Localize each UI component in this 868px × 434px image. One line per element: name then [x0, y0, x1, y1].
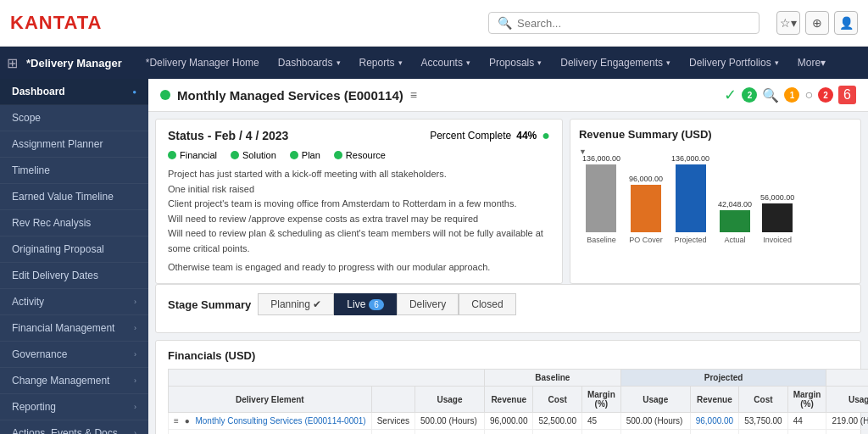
search-bar[interactable]: 🔍	[488, 12, 760, 34]
td-cost-b: 52,500.00	[533, 413, 582, 430]
percent-green-dot: ●	[542, 128, 550, 143]
status-indicators: Financial Solution Plan Resource	[168, 150, 550, 160]
nav-item-delivery-portfolios[interactable]: Delivery Portfolios ▾	[681, 47, 787, 79]
badge-2-green[interactable]: 2	[742, 87, 757, 103]
grid-icon[interactable]: ⊞	[7, 55, 18, 71]
nav-item-accounts[interactable]: Accounts ▾	[413, 47, 479, 79]
bar-rect	[586, 164, 616, 232]
search-icon-btn[interactable]: 🔍	[762, 87, 779, 103]
bar-rect	[762, 203, 793, 232]
nav-accounts-label: Accounts	[421, 57, 463, 69]
resource-label: Resource	[346, 150, 386, 160]
stage-tab-live[interactable]: Live 6	[334, 293, 397, 315]
th-cost-b: Cost	[533, 387, 582, 413]
nav-dp-label: Delivery Portfolios	[689, 57, 771, 69]
stage-tab-planning[interactable]: Planning ✔	[258, 293, 334, 315]
row-link[interactable]: Monthly Consulting Services (E000114-000…	[195, 416, 365, 426]
badge-count-green: 2	[742, 87, 757, 103]
table-row: ≡ ○ Additional Scope (E000114-0002) Serv…	[169, 430, 869, 434]
nav-item-dashboards[interactable]: Dashboards ▾	[270, 47, 349, 79]
stage-title: Stage Summary	[168, 298, 251, 311]
bar-label-top: 56,000.00	[760, 193, 794, 202]
nav-item-home[interactable]: *Delivery Manager Home	[137, 47, 268, 79]
td-type: Services	[371, 430, 415, 434]
nav-bar: ⊞ *Delivery Manager *Delivery Manager Ho…	[0, 47, 868, 79]
nav-home-label: *Delivery Manager Home	[146, 57, 259, 69]
chevron-right-icon: ›	[134, 403, 136, 411]
th-usage-b: Usage	[415, 387, 485, 413]
nav-proposals-label: Proposals	[489, 57, 534, 69]
td-cost-b: 0.00	[533, 430, 582, 434]
revenue-title: Revenue Summary (USD)	[579, 128, 852, 141]
th-usage-a: Usage	[826, 387, 868, 413]
stage-header: Stage Summary Planning ✔ Live 6 Delivery…	[168, 293, 849, 315]
sidebar-item-timeline[interactable]: Timeline	[0, 158, 148, 184]
status-line-2: One initial risk raised	[168, 182, 550, 198]
th-rev-b: Revenue	[484, 387, 533, 413]
bar-label-bot: Baseline	[587, 236, 616, 244]
sidebar-item-originating-proposal[interactable]: Originating Proposal	[0, 236, 148, 263]
stage-tab-delivery[interactable]: Delivery	[397, 293, 459, 315]
nav-item-reports[interactable]: Reports ▾	[351, 47, 411, 79]
sidebar: Dashboard Scope Assignment Planner Timel…	[0, 79, 148, 434]
sidebar-item-financial-management[interactable]: Financial Management ›	[0, 315, 148, 342]
sidebar-item-rev-rec[interactable]: Rev Rec Analysis	[0, 210, 148, 236]
stage-tab-closed[interactable]: Closed	[459, 293, 515, 315]
plan-label: Plan	[302, 150, 320, 160]
top-bar-icons: ☆▾ ⊕ 👤	[776, 11, 858, 35]
badge-2-red[interactable]: 2	[818, 87, 833, 103]
col-header-projected: Projected	[620, 370, 826, 387]
col-header-delivery	[169, 370, 485, 387]
stage-tab-delivery-label: Delivery	[409, 298, 446, 310]
status-section: Status - Feb / 4 / 2023 Percent Complete…	[155, 119, 563, 284]
sidebar-item-dashboard[interactable]: Dashboard	[0, 79, 148, 105]
bar-chart: 136,000.00 Baseline 96,000.00 PO Cover 1…	[579, 159, 852, 244]
financials-title: Financials (USD)	[168, 349, 849, 362]
list-icon[interactable]: ≡	[410, 88, 417, 102]
indicator-resource: Resource	[334, 150, 386, 160]
financials-table: Baseline Projected Ac Delivery Element U…	[168, 369, 868, 434]
nav-item-more[interactable]: More ▾	[789, 57, 834, 69]
bookmark-icon-btn[interactable]: ☆▾	[776, 11, 800, 35]
nav-dashboards-label: Dashboards	[278, 57, 333, 69]
td-usage-p	[620, 430, 690, 434]
badge-count-orange: 1	[784, 87, 799, 103]
td-name: ≡ ○ Additional Scope (E000114-0002)	[169, 430, 372, 434]
sidebar-label: Change Management	[12, 375, 109, 387]
sidebar-item-edit-delivery-dates[interactable]: Edit Delivery Dates	[0, 263, 148, 289]
nav-item-proposals[interactable]: Proposals ▾	[481, 47, 550, 79]
sidebar-item-change-management[interactable]: Change Management ›	[0, 368, 148, 394]
badge-1-orange[interactable]: 1	[784, 87, 799, 103]
sidebar-label: Governance	[12, 348, 67, 360]
bar-label-top: 136,000.00	[671, 154, 709, 163]
sidebar-item-earned-value[interactable]: Earned Value Timeline	[0, 184, 148, 210]
nav-item-delivery-engagements[interactable]: Delivery Engagements ▾	[552, 47, 679, 79]
orange-btn[interactable]: 6	[838, 86, 856, 104]
sidebar-label: Actions, Events & Docs	[12, 427, 118, 434]
financial-dot	[168, 151, 176, 159]
sidebar-item-actions-events[interactable]: Actions, Events & Docs ›	[0, 420, 148, 434]
td-rev-p	[690, 430, 739, 434]
circle-icon-btn[interactable]: ○	[804, 87, 813, 103]
content-header-left: Monthly Managed Services (E000114) ≡	[160, 88, 417, 103]
status-title: Status - Feb / 4 / 2023	[168, 129, 288, 142]
user-avatar-btn[interactable]: 👤	[834, 11, 858, 35]
bar-pocover: 96,000.00 PO Cover	[629, 175, 663, 244]
th-margin-p: Margin (%)	[787, 387, 826, 413]
search-input[interactable]	[517, 17, 750, 30]
search-icon: 🔍	[498, 16, 512, 30]
add-icon-btn[interactable]: ⊕	[805, 11, 829, 35]
status-header: Status - Feb / 4 / 2023 Percent Complete…	[168, 128, 550, 143]
sidebar-item-governance[interactable]: Governance ›	[0, 342, 148, 368]
sidebar-item-reporting[interactable]: Reporting ›	[0, 394, 148, 420]
td-margin-p	[787, 430, 826, 434]
financials-section: Financials (USD) Baseline Projected Ac D…	[155, 340, 861, 434]
bar-label-top: 96,000.00	[629, 175, 663, 183]
chevron-down-icon: ▾	[337, 58, 341, 67]
sidebar-item-activity[interactable]: Activity ›	[0, 289, 148, 315]
sidebar-item-assignment-planner[interactable]: Assignment Planner	[0, 131, 148, 158]
status-green-dot	[160, 90, 170, 100]
sidebar-item-scope[interactable]: Scope	[0, 105, 148, 131]
content-header: Monthly Managed Services (E000114) ≡ ✓ 2…	[148, 79, 868, 112]
sidebar-label: Edit Delivery Dates	[12, 270, 98, 281]
